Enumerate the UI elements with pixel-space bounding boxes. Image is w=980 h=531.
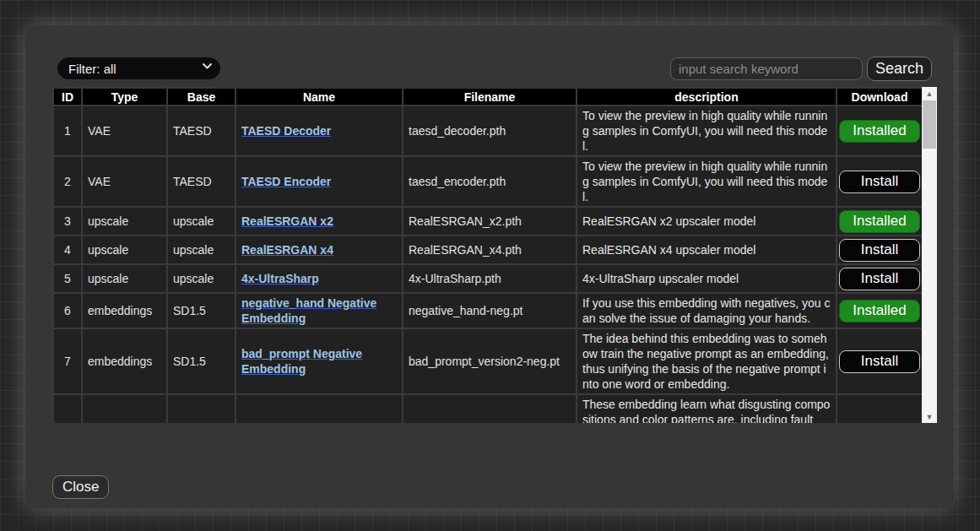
cell-download: Install <box>837 264 922 293</box>
header-filename: Filename <box>403 88 577 106</box>
model-name-link[interactable]: 4x-UltraSharp <box>241 272 319 285</box>
cell-type: VAE <box>82 106 167 156</box>
cell-download: Installed <box>837 106 922 156</box>
cell-name: bad_prompt Negative Embedding <box>236 328 403 394</box>
table-row: 7 embeddings SD1.5 bad_prompt Negative E… <box>53 328 922 394</box>
filter-dropdown-wrap: Filter: all <box>57 57 220 79</box>
scrollbar-thumb[interactable] <box>923 100 936 149</box>
cell-filename: RealESRGAN_x2.pth <box>403 207 577 236</box>
cell-base: upscale <box>167 207 236 236</box>
cell-filename <box>403 394 577 423</box>
comfyui-canvas: { "dialog": { "filter": { "selected": "F… <box>0 0 980 531</box>
cell-name: negative_hand Negative Embedding <box>236 293 403 328</box>
search-button[interactable]: Search <box>867 57 932 81</box>
cell-name: RealESRGAN x2 <box>236 207 403 236</box>
cell-id: 1 <box>53 106 82 156</box>
model-name-link[interactable]: bad_prompt Negative Embedding <box>241 347 362 376</box>
cell-id: 7 <box>53 328 82 394</box>
cell-id: 5 <box>53 264 82 293</box>
cell-base: upscale <box>167 236 236 264</box>
cell-id: 2 <box>53 156 82 207</box>
cell-filename: taesd_encoder.pth <box>403 156 577 207</box>
cell-download: Install <box>837 236 922 264</box>
cell-description: The idea behind this embedding was to so… <box>577 328 837 394</box>
table-row: 5 upscale upscale 4x-UltraSharp 4x-Ultra… <box>53 264 922 293</box>
header-base: Base <box>167 88 236 106</box>
cell-base: SD1.5 <box>167 293 236 328</box>
cell-type: VAE <box>82 156 167 207</box>
cell-description: RealESRGAN x4 upscaler model <box>577 236 837 264</box>
models-table: ID Type Base Name Filename description D… <box>52 87 922 423</box>
cell-filename: RealESRGAN_x4.pth <box>403 236 577 264</box>
cell-download: Installed <box>837 207 922 236</box>
download-button[interactable]: Install <box>839 350 920 373</box>
header-type: Type <box>82 88 167 106</box>
download-button[interactable]: Installed <box>839 210 920 233</box>
cell-id: 3 <box>53 207 82 236</box>
model-name-link[interactable]: TAESD Encoder <box>241 175 331 188</box>
cell-filename: bad_prompt_version2-neg.pt <box>403 328 577 394</box>
scrollbar-down-arrow-icon[interactable]: ▼ <box>922 410 937 423</box>
cell-filename: negative_hand-neg.pt <box>403 293 577 328</box>
cell-description: To view the preview in high quality whil… <box>577 156 837 207</box>
cell-type: embeddings <box>82 328 167 394</box>
cell-download <box>837 394 922 423</box>
cell-base: upscale <box>167 264 236 293</box>
cell-filename: 4x-UltraSharp.pth <box>403 264 577 293</box>
download-button[interactable]: Install <box>839 239 920 262</box>
cell-download: Install <box>837 156 922 207</box>
close-button[interactable]: Close <box>52 475 109 499</box>
cell-type: upscale <box>82 207 167 236</box>
cell-type: upscale <box>82 264 167 293</box>
header-id: ID <box>53 88 82 106</box>
model-name-link[interactable]: RealESRGAN x4 <box>241 243 333 257</box>
models-table-area: ID Type Base Name Filename description D… <box>52 87 937 423</box>
cell-name: TAESD Encoder <box>236 156 403 207</box>
cell-type <box>82 394 167 423</box>
cell-type: upscale <box>82 236 167 264</box>
cell-base <box>167 394 236 423</box>
header-download: Download <box>837 88 922 106</box>
cell-description: RealESRGAN x2 upscaler model <box>577 207 837 236</box>
table-row: 1 VAE TAESD TAESD Decoder taesd_decoder.… <box>53 106 922 156</box>
cell-name: 4x-UltraSharp <box>236 264 403 293</box>
install-models-dialog: Filter: all Search ID Type Base Name <box>25 25 954 508</box>
download-button[interactable]: Installed <box>839 120 920 143</box>
cell-download: Installed <box>837 293 922 328</box>
table-row: 3 upscale upscale RealESRGAN x2 RealESRG… <box>53 207 922 236</box>
download-button[interactable]: Install <box>839 171 920 193</box>
cell-base: TAESD <box>167 106 236 156</box>
table-header-row: ID Type Base Name Filename description D… <box>53 88 922 106</box>
cell-id: 6 <box>53 293 82 328</box>
header-description: description <box>577 88 837 106</box>
cell-name: RealESRGAN x4 <box>236 236 403 264</box>
download-button[interactable]: Installed <box>839 300 920 322</box>
cell-id <box>53 394 82 423</box>
search-input[interactable] <box>670 57 863 80</box>
table-row: 4 upscale upscale RealESRGAN x4 RealESRG… <box>53 236 922 264</box>
cell-base: SD1.5 <box>167 328 236 394</box>
cell-name: TAESD Decoder <box>236 106 403 156</box>
table-row-partial: These embedding learn what disgusting co… <box>53 394 922 423</box>
table-row: 6 embeddings SD1.5 negative_hand Negativ… <box>53 293 922 328</box>
cell-description: To view the preview in high quality whil… <box>577 106 837 156</box>
table-scrollbar[interactable]: ▲ ▼ <box>922 87 937 423</box>
filter-dropdown[interactable]: Filter: all <box>57 57 220 79</box>
cell-description: If you use this embedding with negatives… <box>577 293 837 328</box>
table-row: 2 VAE TAESD TAESD Encoder taesd_encoder.… <box>53 156 922 207</box>
model-name-link[interactable]: negative_hand Negative Embedding <box>241 296 376 325</box>
header-name: Name <box>236 88 403 106</box>
cell-filename: taesd_decoder.pth <box>403 106 577 156</box>
models-table-viewport: ID Type Base Name Filename description D… <box>52 87 922 423</box>
download-button[interactable]: Install <box>839 268 920 290</box>
cell-download: Install <box>837 328 922 394</box>
cell-base: TAESD <box>167 156 236 207</box>
cell-id: 4 <box>53 236 82 264</box>
scrollbar-up-arrow-icon[interactable]: ▲ <box>922 87 937 100</box>
model-name-link[interactable]: TAESD Decoder <box>241 124 331 138</box>
cell-description: These embedding learn what disgusting co… <box>577 394 837 423</box>
model-name-link[interactable]: RealESRGAN x2 <box>241 214 333 228</box>
cell-type: embeddings <box>82 293 167 328</box>
cell-name <box>236 394 403 423</box>
cell-description: 4x-UltraSharp upscaler model <box>577 264 837 293</box>
